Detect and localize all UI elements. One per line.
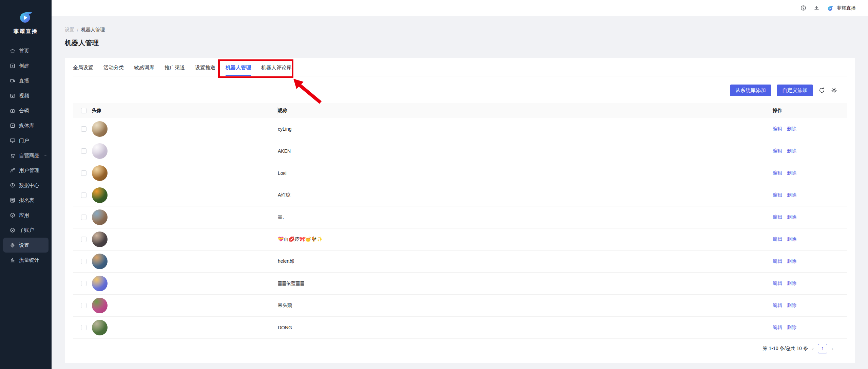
user-avatar-logo-icon xyxy=(827,4,834,12)
sidebar-item-14[interactable]: 流量统计 xyxy=(3,253,49,267)
data-center-icon xyxy=(9,182,16,188)
traffic-icon xyxy=(9,257,16,263)
portal-icon xyxy=(9,137,16,144)
sidebar-item-3[interactable]: 视频 xyxy=(3,88,49,103)
select-all-checkbox[interactable] xyxy=(81,108,86,113)
avatar xyxy=(92,254,108,269)
breadcrumb-item-settings[interactable]: 设置 xyxy=(65,27,74,33)
nickname-cell: ䷀䷀依蓝䷀䷀ xyxy=(278,280,762,287)
sidebar-item-0[interactable]: 首页 xyxy=(3,43,49,58)
tab-6[interactable]: 机器人评论库 xyxy=(261,64,292,76)
download-icon[interactable] xyxy=(813,5,820,11)
pagination-page-1[interactable]: 1 xyxy=(818,344,827,353)
settings-icon xyxy=(9,242,16,248)
table-body: cyLing 编辑 删除 AKEN 编辑 删除 Loĸi 编辑 删除 A许琼 编… xyxy=(73,118,847,339)
edit-link[interactable]: 编辑 xyxy=(773,258,782,264)
tab-3[interactable]: 推广渠道 xyxy=(165,64,185,76)
sidebar-item-2[interactable]: 直播 xyxy=(3,73,49,88)
row-checkbox[interactable] xyxy=(81,148,86,154)
sidebar-item-9[interactable]: 数据中心 xyxy=(3,178,49,193)
table-row: helen邱 编辑 删除 xyxy=(73,251,847,273)
avatar xyxy=(92,276,108,291)
collection-icon xyxy=(9,108,16,114)
sidebar-item-4[interactable]: 合辑 xyxy=(3,103,49,118)
sidebar-item-label: 报名表 xyxy=(19,197,34,204)
delete-link[interactable]: 删除 xyxy=(787,236,796,242)
table-settings-button[interactable] xyxy=(831,87,837,94)
home-icon xyxy=(9,48,16,54)
sidebar-item-label: 直播 xyxy=(19,78,29,84)
sidebar-item-label: 创建 xyxy=(19,63,29,69)
edit-link[interactable]: 编辑 xyxy=(773,302,782,308)
media-library-icon xyxy=(9,123,16,129)
delete-link[interactable]: 删除 xyxy=(787,280,796,286)
row-checkbox[interactable] xyxy=(81,281,86,286)
delete-link[interactable]: 删除 xyxy=(787,192,796,198)
delete-link[interactable]: 删除 xyxy=(787,302,796,308)
row-checkbox[interactable] xyxy=(81,325,86,330)
pagination-next-icon[interactable]: › xyxy=(831,346,833,352)
delete-link[interactable]: 删除 xyxy=(787,214,796,220)
sidebar-item-13[interactable]: 设置 xyxy=(3,238,49,253)
edit-link[interactable]: 编辑 xyxy=(773,280,782,286)
tab-0[interactable]: 全局设置 xyxy=(73,64,93,76)
row-checkbox[interactable] xyxy=(81,215,86,220)
sidebar-item-5[interactable]: 媒体库 xyxy=(3,118,49,133)
toolbar: 从系统库添加 自定义添加 xyxy=(73,85,847,96)
edit-link[interactable]: 编辑 xyxy=(773,214,782,220)
edit-link[interactable]: 编辑 xyxy=(773,170,782,176)
edit-link[interactable]: 编辑 xyxy=(773,325,782,330)
tab-4[interactable]: 设置推送 xyxy=(195,64,215,76)
subaccount-icon xyxy=(9,227,16,233)
column-header-avatar: 头像 xyxy=(92,108,278,114)
row-checkbox[interactable] xyxy=(81,170,86,176)
row-checkbox[interactable] xyxy=(81,192,86,198)
refresh-button[interactable] xyxy=(818,87,825,94)
tab-1[interactable]: 活动分类 xyxy=(103,64,124,76)
sidebar-item-7[interactable]: 自营商品 xyxy=(3,148,49,163)
pagination-prev-icon[interactable]: ‹ xyxy=(812,346,814,352)
sidebar-item-11[interactable]: 应用 xyxy=(3,208,49,223)
row-checkbox[interactable] xyxy=(81,259,86,264)
tab-2[interactable]: 敏感词库 xyxy=(134,64,154,76)
table-row: 墨. 编辑 删除 xyxy=(73,206,847,228)
table-row: AKEN 编辑 删除 xyxy=(73,140,847,162)
nickname-cell: DONG xyxy=(278,325,762,330)
sidebar-item-8[interactable]: 用户管理 xyxy=(3,163,49,178)
edit-link[interactable]: 编辑 xyxy=(773,148,782,153)
delete-link[interactable]: 删除 xyxy=(787,325,796,330)
sidebar-item-label: 数据中心 xyxy=(19,182,39,189)
add-custom-button[interactable]: 自定义添加 xyxy=(777,85,813,96)
sidebar-item-label: 媒体库 xyxy=(19,123,34,129)
topbar-user[interactable]: 菲耀直播 xyxy=(827,4,856,12)
table-row: Loĸi 编辑 删除 xyxy=(73,162,847,184)
page-title: 机器人管理 xyxy=(65,38,855,48)
row-checkbox[interactable] xyxy=(81,237,86,242)
table-row: cyLing 编辑 删除 xyxy=(73,118,847,140)
help-icon[interactable] xyxy=(800,5,807,11)
edit-link[interactable]: 编辑 xyxy=(773,192,782,198)
sidebar-item-1[interactable]: 创建 xyxy=(3,58,49,73)
sidebar-item-12[interactable]: 子账户 xyxy=(3,223,49,238)
row-checkbox[interactable] xyxy=(81,303,86,308)
nickname-cell: 墨. xyxy=(278,214,762,220)
avatar xyxy=(92,143,108,159)
nickname-cell: AKEN xyxy=(278,148,762,154)
avatar xyxy=(92,209,108,225)
delete-link[interactable]: 删除 xyxy=(787,170,796,176)
sidebar-item-10[interactable]: 报名表 xyxy=(3,193,49,208)
video-icon xyxy=(9,93,16,99)
avatar xyxy=(92,232,108,247)
delete-link[interactable]: 删除 xyxy=(787,126,796,131)
apps-icon xyxy=(9,212,16,218)
sidebar-item-6[interactable]: 门户 xyxy=(3,133,49,148)
edit-link[interactable]: 编辑 xyxy=(773,236,782,242)
sidebar-item-label: 子账户 xyxy=(19,227,34,234)
tab-5[interactable]: 机器人管理 xyxy=(226,64,251,76)
add-from-system-button[interactable]: 从系统库添加 xyxy=(730,85,771,96)
delete-link[interactable]: 删除 xyxy=(787,258,796,264)
edit-link[interactable]: 编辑 xyxy=(773,126,782,131)
row-checkbox[interactable] xyxy=(81,126,86,132)
delete-link[interactable]: 删除 xyxy=(787,148,796,153)
brand-name: 菲耀直播 xyxy=(0,28,52,35)
